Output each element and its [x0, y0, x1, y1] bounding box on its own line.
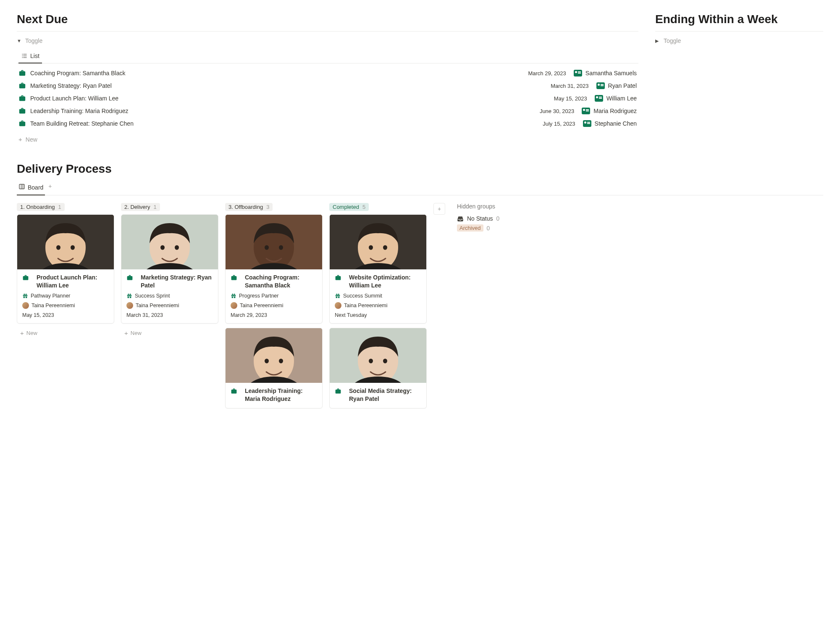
- delivery-process-title: Delivery Process: [17, 162, 823, 176]
- column-header[interactable]: Completed5: [329, 203, 369, 211]
- avatar-icon: [22, 302, 29, 309]
- briefcase-icon: [335, 388, 341, 395]
- board-column: Completed5 Website Optimization: William…: [329, 203, 427, 413]
- list-item-date: June 30, 2023: [540, 108, 574, 114]
- board-view-label: Board: [28, 184, 43, 191]
- toggle-arrow-icon: [17, 38, 23, 43]
- plus-icon: +: [18, 136, 22, 143]
- column-header[interactable]: 1. Onboarding1: [17, 203, 65, 211]
- briefcase-icon: [231, 274, 237, 281]
- card-package: Success Summit: [343, 293, 382, 299]
- briefcase-icon: [18, 107, 26, 115]
- list-item[interactable]: Coaching Program: Samantha BlackMarch 29…: [17, 67, 638, 79]
- board-icon: [18, 183, 25, 191]
- add-view-button[interactable]: +: [48, 183, 52, 193]
- avatar-icon: [335, 302, 341, 309]
- person-card-icon: [583, 120, 591, 127]
- card-image: [121, 215, 218, 269]
- person-card-icon: [582, 108, 590, 114]
- toggle-label: Toggle: [25, 37, 42, 44]
- list-view-tab[interactable]: List: [18, 50, 42, 63]
- hidden-group-item[interactable]: Archived0: [457, 223, 499, 233]
- card-package: Success Sprint: [135, 293, 170, 299]
- list-item-person: Stephanie Chen: [595, 120, 637, 127]
- board-card[interactable]: Product Launch Plan: William LeePathway …: [17, 214, 114, 324]
- list-item-title: Marketing Strategy: Ryan Patel: [30, 82, 551, 89]
- column-count: 3: [266, 204, 269, 210]
- svg-point-7: [160, 245, 165, 250]
- svg-point-8: [175, 245, 179, 250]
- plus-icon: +: [20, 329, 24, 337]
- briefcase-icon: [231, 388, 237, 395]
- toggle-arrow-icon: [655, 38, 661, 44]
- column-new-button[interactable]: +New: [121, 328, 218, 338]
- add-column-button[interactable]: +: [433, 203, 445, 215]
- column-count: 1: [153, 204, 156, 210]
- card-date: May 15, 2023: [22, 312, 109, 318]
- person-card-icon: [595, 95, 603, 102]
- list-item-date: March 31, 2023: [551, 83, 588, 89]
- column-label: Completed: [333, 204, 359, 210]
- gift-icon: [335, 293, 341, 299]
- board-card[interactable]: Marketing Strategy: Ryan PatelSuccess Sp…: [121, 214, 218, 324]
- board-card[interactable]: Coaching Program: Samantha BlackProgress…: [225, 214, 323, 324]
- list-item[interactable]: Marketing Strategy: Ryan PatelMarch 31, …: [17, 79, 638, 92]
- briefcase-icon: [18, 95, 26, 102]
- column-label: 1. Onboarding: [20, 204, 55, 210]
- card-image: [226, 215, 322, 269]
- board-card[interactable]: Website Optimization: William LeeSuccess…: [329, 214, 427, 324]
- board-view-tab[interactable]: Board: [17, 181, 45, 195]
- toggle-label: Toggle: [664, 37, 681, 44]
- list-item-date: July 15, 2023: [543, 121, 575, 127]
- column-header[interactable]: 2. Delivery1: [121, 203, 160, 211]
- person-card-icon: [574, 70, 582, 76]
- list-item-title: Coaching Program: Samantha Black: [30, 70, 528, 76]
- card-title: Website Optimization: William Lee: [349, 274, 421, 290]
- column-label: 2. Delivery: [124, 204, 150, 210]
- list-item[interactable]: Product Launch Plan: William LeeMay 15, …: [17, 92, 638, 105]
- next-due-title: Next Due: [17, 13, 638, 26]
- archived-badge: Archived: [457, 224, 483, 232]
- list-item-date: March 29, 2023: [528, 70, 566, 76]
- new-label: New: [26, 330, 37, 336]
- hidden-groups-label: Hidden groups: [457, 203, 499, 210]
- next-due-toggle[interactable]: Toggle: [17, 36, 638, 46]
- column-header[interactable]: 3. Offboarding3: [225, 203, 273, 211]
- card-assignee: Taina Pereenniemi: [136, 303, 179, 308]
- list-item[interactable]: Team Building Retreat: Stephanie ChenJul…: [17, 117, 638, 130]
- briefcase-icon: [22, 274, 29, 281]
- briefcase-icon: [18, 82, 26, 90]
- divider: [17, 31, 638, 32]
- svg-point-3: [56, 245, 60, 250]
- list-item-title: Product Launch Plan: William Lee: [30, 95, 554, 102]
- column-new-button[interactable]: +New: [17, 328, 114, 338]
- inbox-icon: [457, 215, 464, 222]
- card-date: March 29, 2023: [231, 312, 317, 318]
- board-card[interactable]: Leadership Training: Maria Rodriguez: [225, 328, 323, 408]
- avatar-icon: [231, 302, 237, 309]
- svg-rect-0: [19, 184, 24, 189]
- briefcase-icon: [126, 274, 133, 281]
- svg-point-24: [383, 358, 387, 363]
- avatar-icon: [126, 302, 133, 309]
- column-count: 5: [362, 204, 365, 210]
- hidden-group-item[interactable]: No Status0: [457, 214, 499, 223]
- card-image: [17, 215, 114, 269]
- list-item-person: Maria Rodriguez: [593, 108, 637, 114]
- hidden-item-count: 0: [487, 225, 490, 232]
- list-item-person: Ryan Patel: [608, 82, 637, 89]
- new-label: New: [26, 136, 37, 143]
- board-card[interactable]: Social Media Strategy: Ryan Patel: [329, 328, 427, 408]
- new-label: New: [131, 330, 142, 336]
- list-item[interactable]: Leadership Training: Maria RodriguezJune…: [17, 105, 638, 117]
- list-item-title: Leadership Training: Maria Rodriguez: [30, 108, 540, 114]
- briefcase-icon: [18, 120, 26, 127]
- list-item-person: William Lee: [606, 95, 637, 102]
- board-column: 1. Onboarding1 Product Launch Plan: Will…: [17, 203, 114, 338]
- person-card-icon: [596, 82, 605, 89]
- list-new-row[interactable]: + New: [17, 133, 638, 145]
- card-image: [330, 328, 426, 383]
- board-column: 2. Delivery1 Marketing Strategy: Ryan Pa…: [121, 203, 218, 338]
- card-title: Coaching Program: Samantha Black: [245, 274, 317, 290]
- ending-toggle[interactable]: Toggle: [655, 36, 823, 46]
